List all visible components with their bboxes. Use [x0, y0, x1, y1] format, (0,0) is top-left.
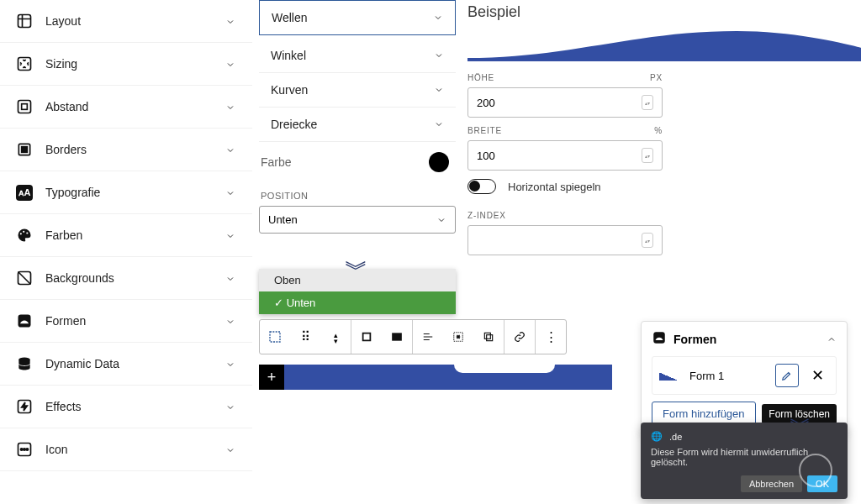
icon-icon [15, 440, 34, 459]
chevron-down-icon [434, 50, 444, 60]
shape-option-label: Kurven [271, 83, 308, 97]
shape-type-value: Wellen [272, 11, 308, 24]
layout-icon [15, 12, 34, 30]
sidebar-item-layout[interactable]: Layout [0, 0, 252, 43]
block-toolbar: ⠿ ▴▾ ⋮ [259, 319, 567, 354]
sidebar-item-borders[interactable]: Borders [0, 129, 252, 171]
height-value: 200 [477, 97, 495, 109]
sidebar-item-effects[interactable]: Effects [0, 386, 252, 428]
spacing-button[interactable] [443, 320, 473, 354]
zindex-input[interactable]: ▴▾ [467, 225, 663, 255]
move-updown-button[interactable]: ▴▾ [320, 320, 351, 354]
design-sidebar: Layout Sizing Abstand Borders ᴀA Typogra… [0, 0, 252, 471]
chevron-down-icon [225, 15, 237, 27]
sidebar-item-spacing[interactable]: Abstand [0, 86, 252, 129]
more-options-button[interactable]: ⋮ [536, 320, 566, 354]
sidebar-item-sizing[interactable]: Sizing [0, 43, 252, 86]
chevron-down-icon [225, 315, 237, 327]
svg-rect-0 [18, 15, 31, 28]
width-unit: % [654, 126, 663, 135]
drag-handle-button[interactable]: ⠿ [290, 320, 320, 354]
sidebar-item-icon[interactable]: Icon [0, 428, 252, 471]
fullwidth-button[interactable] [382, 320, 412, 354]
height-label: HÖHE [467, 73, 494, 82]
sidebar-item-label: Icon [45, 443, 225, 456]
align-button[interactable] [351, 320, 382, 354]
sidebar-item-typography[interactable]: ᴀA Typografie [0, 171, 252, 214]
svg-rect-24 [487, 335, 493, 341]
chevron-down-icon [225, 444, 237, 455]
color-swatch[interactable] [429, 152, 449, 172]
chevron-down-icon [225, 58, 237, 70]
svg-point-15 [20, 449, 23, 451]
mirror-toggle-row: Horizontal spiegeln [467, 171, 676, 202]
form-list-item[interactable]: Form 1 ✕ [652, 356, 837, 395]
chevron-down-icon [225, 186, 237, 198]
shape-type-select[interactable]: Wellen [259, 0, 456, 35]
chevron-down-icon [225, 272, 237, 284]
shapes-icon [652, 330, 667, 348]
shapes-icon [15, 312, 34, 330]
svg-rect-20 [392, 333, 402, 340]
select-parent-button[interactable] [260, 320, 290, 354]
svg-point-14 [24, 449, 26, 451]
globe-icon: 🌐 [651, 431, 663, 442]
position-option-oben[interactable]: Oben [259, 269, 456, 291]
duplicate-button[interactable] [473, 320, 504, 354]
form-thumbnail [659, 370, 683, 381]
svg-rect-22 [457, 335, 460, 339]
sidebar-item-colors[interactable]: Farben [0, 214, 252, 257]
shape-settings-column: Wellen Winkel Kurven Dreiecke Farbe POSI… [259, 0, 456, 234]
width-label-row: BREITE % [467, 118, 663, 140]
sidebar-item-backgrounds[interactable]: Backgrounds [0, 257, 252, 300]
zindex-label-row: Z-INDEX [467, 202, 663, 225]
borders-icon [15, 140, 34, 159]
svg-rect-5 [22, 147, 28, 153]
sidebar-item-label: Farben [45, 228, 225, 242]
add-block-button[interactable]: + [259, 365, 284, 390]
effects-icon [15, 397, 34, 416]
svg-rect-17 [270, 332, 280, 342]
shape-option-kurven[interactable]: Kurven [259, 73, 456, 108]
ok-button[interactable]: OK [807, 475, 837, 492]
sizing-icon [15, 55, 34, 73]
height-AP709[interactable]: 200 ▴▾ [467, 87, 663, 118]
svg-rect-3 [22, 104, 28, 110]
sidebar-item-label: Typografie [45, 186, 225, 199]
width-input[interactable]: 100 ▴▾ [467, 140, 663, 171]
chevron-down-icon [434, 85, 444, 95]
forms-panel-header[interactable]: Formen [652, 330, 837, 356]
position-select[interactable]: Unten [259, 206, 456, 234]
cancel-button[interactable]: Abbrechen [741, 475, 802, 492]
svg-point-6 [20, 233, 22, 234]
link-button[interactable] [504, 320, 535, 354]
database-icon [15, 354, 34, 373]
svg-rect-23 [484, 333, 490, 339]
position-dropdown-open: Oben Unten [259, 269, 456, 314]
chevron-down-icon [225, 401, 237, 412]
svg-rect-1 [18, 58, 31, 71]
forms-title: Formen [673, 333, 716, 346]
mirror-toggle[interactable] [467, 179, 496, 194]
position-option-unten[interactable]: Unten [259, 291, 456, 314]
stepper-icon[interactable]: ▴▾ [642, 148, 653, 163]
sidebar-item-shapes[interactable]: Formen [0, 300, 252, 343]
svg-point-7 [23, 231, 24, 233]
height-unit: px [650, 73, 663, 82]
stepper-icon[interactable]: ▴▾ [642, 233, 653, 248]
sidebar-item-label: Effects [45, 400, 225, 413]
edit-form-button[interactable] [775, 364, 799, 387]
stepper-icon[interactable]: ▴▾ [642, 95, 653, 110]
position-label: POSITION [259, 182, 456, 206]
wave-dip-shape [454, 365, 555, 373]
chevron-down-icon [434, 119, 444, 129]
shape-option-winkel[interactable]: Winkel [259, 39, 456, 73]
sidebar-item-dynamic-data[interactable]: Dynamic Data [0, 343, 252, 386]
chevron-down-icon [225, 229, 237, 241]
spacing-icon [15, 97, 34, 116]
remove-form-button[interactable]: ✕ [806, 364, 829, 387]
chevron-up-icon [827, 334, 837, 344]
justify-button[interactable] [413, 320, 443, 354]
mirror-label: Horizontal spiegeln [508, 181, 601, 193]
shape-option-dreiecke[interactable]: Dreiecke [259, 108, 456, 142]
